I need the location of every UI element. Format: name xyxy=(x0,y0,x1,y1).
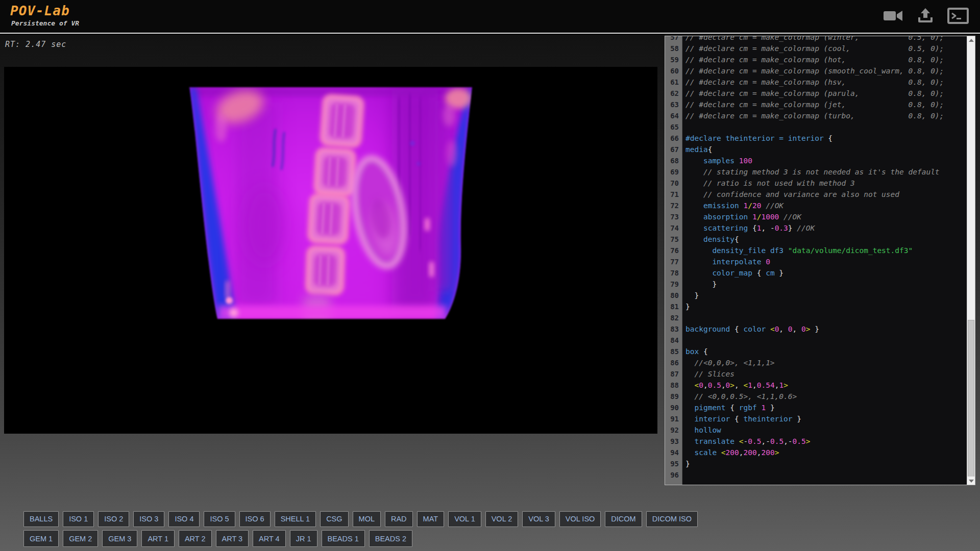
preset-button-shell-1[interactable]: SHELL 1 xyxy=(275,511,316,527)
preset-button-vol-3[interactable]: VOL 3 xyxy=(522,511,555,527)
line-number: 57 xyxy=(665,36,682,43)
code-line: 82 xyxy=(665,312,967,323)
camcorder-icon[interactable] xyxy=(882,7,903,25)
line-number: 86 xyxy=(665,357,682,368)
code-text: samples 100 xyxy=(682,155,752,166)
code-text: background { color <0, 0, 0> } xyxy=(682,323,819,335)
preset-button-rad[interactable]: RAD xyxy=(385,511,413,527)
code-line: 85box { xyxy=(665,346,967,357)
preset-button-iso-4[interactable]: ISO 4 xyxy=(168,511,200,527)
line-number: 87 xyxy=(665,368,682,380)
code-text: scale <200,200,200> xyxy=(682,447,779,458)
line-number: 63 xyxy=(665,99,682,110)
preset-button-dicom-iso[interactable]: DICOM ISO xyxy=(646,511,698,527)
preset-button-art-2[interactable]: ART 2 xyxy=(179,530,212,547)
preset-toolbar: BALLSISO 1ISO 2ISO 3ISO 4ISO 5ISO 6SHELL… xyxy=(23,511,698,550)
line-number: 68 xyxy=(665,155,682,166)
code-text: // ratio is not used with method 3 xyxy=(682,178,855,189)
scrollbar-thumb[interactable] xyxy=(968,320,974,477)
code-text: density{ xyxy=(682,234,739,245)
editor-scrollbar[interactable] xyxy=(967,36,975,485)
preset-button-mat[interactable]: MAT xyxy=(417,511,445,527)
code-line: 83background { color <0, 0, 0> } xyxy=(665,323,967,335)
line-number: 80 xyxy=(665,290,682,301)
code-text: color_map { cm } xyxy=(682,267,783,279)
line-number: 88 xyxy=(665,380,682,391)
preset-button-vol-iso[interactable]: VOL ISO xyxy=(559,511,601,527)
code-line: 70 // ratio is not used with method 3 xyxy=(665,178,967,189)
code-text xyxy=(682,312,685,323)
code-line: 91 interior { theinterior } xyxy=(665,413,967,424)
code-text: box { xyxy=(682,346,708,357)
code-line: 89 // <0,0,0.5>, <1,1,0.6> xyxy=(665,391,967,402)
preset-button-iso-3[interactable]: ISO 3 xyxy=(133,511,164,527)
code-line: 60// #declare cm = make_colormap (smooth… xyxy=(665,65,967,77)
preset-button-beads-2[interactable]: BEADS 2 xyxy=(369,530,412,547)
preset-button-iso-2[interactable]: ISO 2 xyxy=(98,511,129,527)
terminal-icon[interactable] xyxy=(947,7,969,25)
preset-button-art-4[interactable]: ART 4 xyxy=(253,530,286,547)
line-number: 69 xyxy=(665,166,682,178)
preset-button-balls[interactable]: BALLS xyxy=(23,511,59,527)
preset-button-iso-1[interactable]: ISO 1 xyxy=(63,511,94,527)
code-text: density_file df3 "data/volume/dicom_test… xyxy=(682,245,913,256)
code-text xyxy=(682,469,685,481)
preset-button-vol-1[interactable]: VOL 1 xyxy=(448,511,481,527)
code-line: 63// #declare cm = make_colormap (jet, 0… xyxy=(665,99,967,110)
line-number: 95 xyxy=(665,458,682,469)
preset-button-art-1[interactable]: ART 1 xyxy=(141,530,175,547)
code-line: 90 pigment { rgbf 1 } xyxy=(665,402,967,413)
code-editor[interactable]: 57// #declare cm = make_colormap (winter… xyxy=(665,36,975,485)
preset-button-gem-2[interactable]: GEM 2 xyxy=(63,530,98,547)
upload-icon[interactable] xyxy=(916,7,935,25)
code-text: } xyxy=(682,290,699,301)
preset-button-csg[interactable]: CSG xyxy=(320,511,348,527)
line-number: 59 xyxy=(665,54,682,65)
code-line: 74 scattering {1, -0.3} //OK xyxy=(665,222,967,234)
preset-button-jr-1[interactable]: JR 1 xyxy=(290,530,317,547)
scroll-down-arrow-icon[interactable] xyxy=(967,477,975,485)
preset-row-1: BALLSISO 1ISO 2ISO 3ISO 4ISO 5ISO 6SHELL… xyxy=(23,511,698,527)
code-line: 59// #declare cm = make_colormap (hot, 0… xyxy=(665,54,967,65)
line-number: 66 xyxy=(665,133,682,144)
code-lines: 57// #declare cm = make_colormap (winter… xyxy=(665,36,967,481)
preset-button-art-3[interactable]: ART 3 xyxy=(216,530,249,547)
line-number: 61 xyxy=(665,77,682,88)
code-line: 61// #declare cm = make_colormap (hsv, 0… xyxy=(665,77,967,88)
code-line: 66#declare theinterior = interior { xyxy=(665,133,967,144)
line-number: 89 xyxy=(665,391,682,402)
code-text: <0,0.5,0>, <1,0.54,1> xyxy=(682,380,788,391)
code-text: } xyxy=(682,279,717,290)
preset-button-vol-2[interactable]: VOL 2 xyxy=(485,511,519,527)
code-text: } xyxy=(682,301,690,312)
preset-button-iso-5[interactable]: ISO 5 xyxy=(204,511,235,527)
code-line: 95} xyxy=(665,458,967,469)
preset-button-mol[interactable]: MOL xyxy=(353,511,381,527)
code-line: 76 density_file df3 "data/volume/dicom_t… xyxy=(665,245,967,256)
preset-button-beads-1[interactable]: BEADS 1 xyxy=(322,530,365,547)
preset-button-iso-6[interactable]: ISO 6 xyxy=(239,511,271,527)
code-text: } xyxy=(682,458,690,469)
line-number: 60 xyxy=(665,65,682,77)
code-text: hollow xyxy=(682,424,721,436)
code-text: // <0,0,0.5>, <1,1,0.6> xyxy=(682,391,797,402)
app-subtitle: Persistence of VR xyxy=(11,19,79,27)
preset-button-gem-1[interactable]: GEM 1 xyxy=(23,530,59,547)
code-line: 84 xyxy=(665,335,967,346)
code-text: interpolate 0 xyxy=(682,256,770,267)
line-number: 74 xyxy=(665,222,682,234)
scroll-up-arrow-icon[interactable] xyxy=(967,36,975,44)
code-text: interior { theinterior } xyxy=(682,413,801,424)
dicom-volume-render xyxy=(4,67,657,434)
code-text: media{ xyxy=(682,144,712,155)
preset-row-2: GEM 1GEM 2GEM 3ART 1ART 2ART 3ART 4JR 1B… xyxy=(23,530,698,547)
preset-button-dicom[interactable]: DICOM xyxy=(605,511,642,527)
line-number: 79 xyxy=(665,279,682,290)
code-text: // #declare cm = make_colormap (cool, 0.… xyxy=(682,43,944,54)
code-text: translate <-0.5,-0.5,-0.5> xyxy=(682,436,811,447)
code-line: 86 //<0,0,0>, <1,1,1> xyxy=(665,357,967,368)
preset-button-gem-3[interactable]: GEM 3 xyxy=(102,530,137,547)
code-line: 57// #declare cm = make_colormap (winter… xyxy=(665,36,967,43)
line-number: 73 xyxy=(665,211,682,222)
line-number: 78 xyxy=(665,267,682,279)
